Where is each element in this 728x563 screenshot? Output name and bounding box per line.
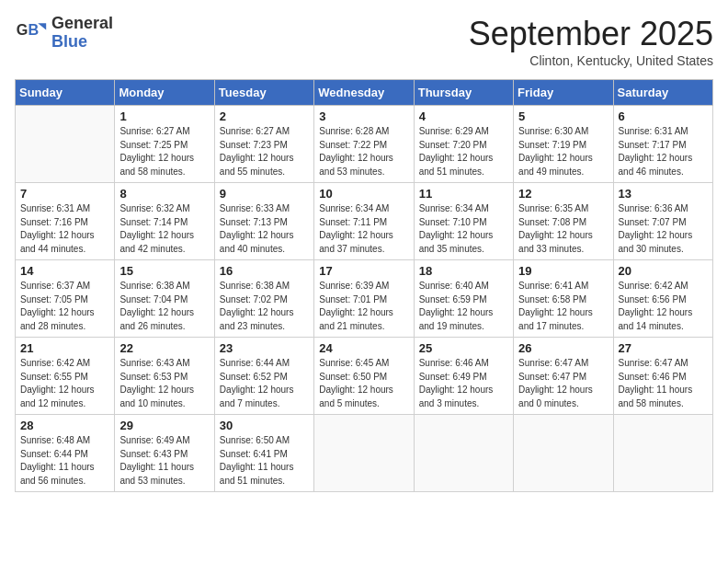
- day-number: 22: [119, 341, 209, 355]
- day-detail: Sunrise: 6:31 AM Sunset: 7:16 PM Dayligh…: [20, 202, 109, 256]
- logo-icon: G B: [15, 17, 48, 50]
- day-number: 4: [419, 109, 508, 123]
- month-title: September 2025: [469, 15, 713, 53]
- calendar-cell: 22Sunrise: 6:43 AM Sunset: 6:53 PM Dayli…: [115, 338, 214, 415]
- calendar-cell: 8Sunrise: 6:32 AM Sunset: 7:14 PM Daylig…: [115, 183, 214, 260]
- logo: G B General Blue: [15, 15, 113, 52]
- day-detail: Sunrise: 6:28 AM Sunset: 7:22 PM Dayligh…: [319, 125, 408, 178]
- calendar-cell: 9Sunrise: 6:33 AM Sunset: 7:13 PM Daylig…: [214, 183, 313, 260]
- day-number: 2: [220, 109, 309, 123]
- calendar-week-5: 28Sunrise: 6:48 AM Sunset: 6:44 PM Dayli…: [16, 415, 713, 492]
- weekday-header-friday: Friday: [514, 80, 613, 106]
- calendar-cell: [514, 415, 613, 492]
- page-header: G B General Blue September 2025 Clinton,…: [15, 15, 713, 68]
- day-detail: Sunrise: 6:42 AM Sunset: 6:56 PM Dayligh…: [619, 280, 708, 333]
- day-number: 26: [518, 341, 608, 355]
- calendar-cell: 11Sunrise: 6:34 AM Sunset: 7:10 PM Dayli…: [414, 183, 513, 260]
- weekday-header-tuesday: Tuesday: [214, 80, 313, 106]
- day-number: 19: [518, 264, 608, 278]
- day-number: 23: [220, 341, 309, 355]
- day-number: 21: [20, 341, 109, 355]
- calendar-cell: 7Sunrise: 6:31 AM Sunset: 7:16 PM Daylig…: [16, 183, 115, 260]
- day-number: 15: [119, 264, 209, 278]
- day-detail: Sunrise: 6:34 AM Sunset: 7:10 PM Dayligh…: [419, 202, 508, 256]
- day-detail: Sunrise: 6:50 AM Sunset: 6:41 PM Dayligh…: [220, 434, 309, 488]
- day-detail: Sunrise: 6:29 AM Sunset: 7:20 PM Dayligh…: [419, 125, 508, 178]
- day-detail: Sunrise: 6:27 AM Sunset: 7:23 PM Dayligh…: [220, 125, 309, 178]
- day-number: 18: [419, 264, 508, 278]
- calendar-cell: 16Sunrise: 6:38 AM Sunset: 7:02 PM Dayli…: [214, 260, 313, 338]
- calendar-week-4: 21Sunrise: 6:42 AM Sunset: 6:55 PM Dayli…: [16, 338, 713, 415]
- calendar-cell: 1Sunrise: 6:27 AM Sunset: 7:25 PM Daylig…: [115, 106, 214, 183]
- calendar-cell: 28Sunrise: 6:48 AM Sunset: 6:44 PM Dayli…: [16, 415, 115, 492]
- weekday-header-sunday: Sunday: [16, 80, 115, 106]
- day-detail: Sunrise: 6:36 AM Sunset: 7:07 PM Dayligh…: [619, 202, 708, 256]
- day-detail: Sunrise: 6:49 AM Sunset: 6:43 PM Dayligh…: [119, 434, 209, 488]
- day-detail: Sunrise: 6:33 AM Sunset: 7:13 PM Dayligh…: [220, 202, 309, 256]
- day-number: 29: [119, 419, 209, 432]
- day-number: 28: [20, 419, 109, 432]
- calendar-cell: 17Sunrise: 6:39 AM Sunset: 7:01 PM Dayli…: [314, 260, 414, 338]
- calendar-cell: 15Sunrise: 6:38 AM Sunset: 7:04 PM Dayli…: [115, 260, 214, 338]
- weekday-header-wednesday: Wednesday: [314, 80, 414, 106]
- day-detail: Sunrise: 6:34 AM Sunset: 7:11 PM Dayligh…: [319, 202, 408, 256]
- weekday-header-thursday: Thursday: [414, 80, 513, 106]
- calendar-cell: 19Sunrise: 6:41 AM Sunset: 6:58 PM Dayli…: [514, 260, 613, 338]
- calendar-week-2: 7Sunrise: 6:31 AM Sunset: 7:16 PM Daylig…: [16, 183, 713, 260]
- day-number: 14: [20, 264, 109, 278]
- day-detail: Sunrise: 6:40 AM Sunset: 6:59 PM Dayligh…: [419, 280, 508, 333]
- logo-line2: Blue: [51, 33, 113, 52]
- day-number: 9: [220, 187, 309, 201]
- calendar-cell: 23Sunrise: 6:44 AM Sunset: 6:52 PM Dayli…: [214, 338, 313, 415]
- calendar-cell: 5Sunrise: 6:30 AM Sunset: 7:19 PM Daylig…: [514, 106, 613, 183]
- day-detail: Sunrise: 6:31 AM Sunset: 7:17 PM Dayligh…: [619, 125, 708, 178]
- day-detail: Sunrise: 6:35 AM Sunset: 7:08 PM Dayligh…: [518, 202, 608, 256]
- calendar-body: 1Sunrise: 6:27 AM Sunset: 7:25 PM Daylig…: [16, 106, 713, 492]
- calendar-cell: 30Sunrise: 6:50 AM Sunset: 6:41 PM Dayli…: [214, 415, 313, 492]
- calendar-cell: 3Sunrise: 6:28 AM Sunset: 7:22 PM Daylig…: [314, 106, 414, 183]
- day-detail: Sunrise: 6:30 AM Sunset: 7:19 PM Dayligh…: [518, 125, 608, 178]
- day-detail: Sunrise: 6:47 AM Sunset: 6:47 PM Dayligh…: [518, 357, 608, 410]
- logo-line1: General: [51, 15, 113, 33]
- calendar-cell: 12Sunrise: 6:35 AM Sunset: 7:08 PM Dayli…: [514, 183, 613, 260]
- calendar-header: SundayMondayTuesdayWednesdayThursdayFrid…: [16, 80, 713, 106]
- day-detail: Sunrise: 6:32 AM Sunset: 7:14 PM Dayligh…: [119, 202, 209, 256]
- day-number: 27: [619, 341, 708, 355]
- calendar-cell: [314, 415, 414, 492]
- day-number: 1: [119, 109, 209, 123]
- calendar-cell: 14Sunrise: 6:37 AM Sunset: 7:05 PM Dayli…: [16, 260, 115, 338]
- day-detail: Sunrise: 6:48 AM Sunset: 6:44 PM Dayligh…: [20, 434, 109, 488]
- day-number: 24: [319, 341, 408, 355]
- day-detail: Sunrise: 6:45 AM Sunset: 6:50 PM Dayligh…: [319, 357, 408, 410]
- day-number: 13: [619, 187, 708, 201]
- svg-text:B: B: [28, 21, 39, 38]
- weekday-header-monday: Monday: [115, 80, 214, 106]
- calendar-cell: 24Sunrise: 6:45 AM Sunset: 6:50 PM Dayli…: [314, 338, 414, 415]
- calendar-cell: 6Sunrise: 6:31 AM Sunset: 7:17 PM Daylig…: [613, 106, 712, 183]
- day-number: 11: [419, 187, 508, 201]
- day-detail: Sunrise: 6:37 AM Sunset: 7:05 PM Dayligh…: [20, 280, 109, 333]
- calendar-cell: 25Sunrise: 6:46 AM Sunset: 6:49 PM Dayli…: [414, 338, 513, 415]
- title-block: September 2025 Clinton, Kentucky, United…: [469, 15, 713, 68]
- calendar-cell: 26Sunrise: 6:47 AM Sunset: 6:47 PM Dayli…: [514, 338, 613, 415]
- day-number: 30: [220, 419, 309, 432]
- day-number: 20: [619, 264, 708, 278]
- calendar-table: SundayMondayTuesdayWednesdayThursdayFrid…: [15, 79, 713, 492]
- weekday-header-row: SundayMondayTuesdayWednesdayThursdayFrid…: [16, 80, 713, 106]
- day-detail: Sunrise: 6:41 AM Sunset: 6:58 PM Dayligh…: [518, 280, 608, 333]
- calendar-cell: 10Sunrise: 6:34 AM Sunset: 7:11 PM Dayli…: [314, 183, 414, 260]
- day-detail: Sunrise: 6:44 AM Sunset: 6:52 PM Dayligh…: [220, 357, 309, 410]
- calendar-cell: [16, 106, 115, 183]
- calendar-week-3: 14Sunrise: 6:37 AM Sunset: 7:05 PM Dayli…: [16, 260, 713, 338]
- day-number: 7: [20, 187, 109, 201]
- day-number: 16: [220, 264, 309, 278]
- calendar-cell: 21Sunrise: 6:42 AM Sunset: 6:55 PM Dayli…: [16, 338, 115, 415]
- calendar-cell: 29Sunrise: 6:49 AM Sunset: 6:43 PM Dayli…: [115, 415, 214, 492]
- day-detail: Sunrise: 6:39 AM Sunset: 7:01 PM Dayligh…: [319, 280, 408, 333]
- calendar-cell: 18Sunrise: 6:40 AM Sunset: 6:59 PM Dayli…: [414, 260, 513, 338]
- location: Clinton, Kentucky, United States: [469, 53, 713, 68]
- svg-text:G: G: [17, 21, 28, 38]
- calendar-cell: 27Sunrise: 6:47 AM Sunset: 6:46 PM Dayli…: [613, 338, 712, 415]
- day-number: 12: [518, 187, 608, 201]
- day-number: 10: [319, 187, 408, 201]
